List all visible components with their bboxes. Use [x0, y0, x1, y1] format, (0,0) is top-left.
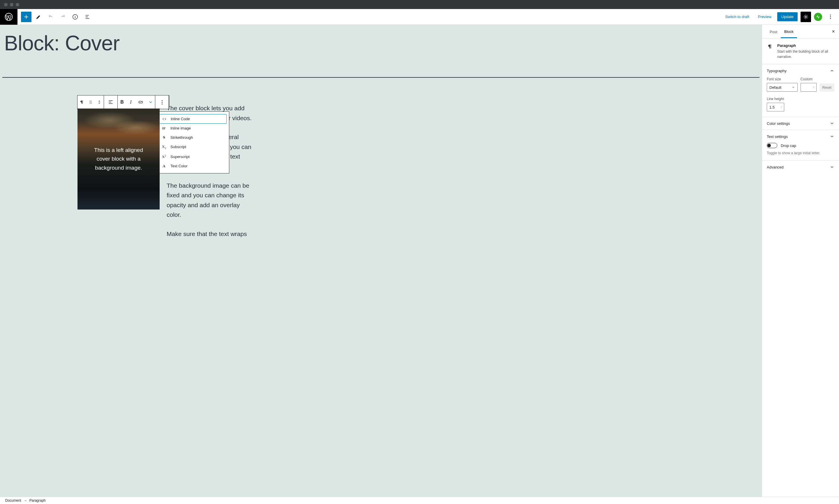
svg-point-8 [91, 103, 91, 104]
cover-text-line: background image. [95, 165, 142, 171]
input-value: 1.5 [769, 105, 775, 109]
italic-button[interactable]: I [126, 95, 135, 109]
strike-icon: S [161, 135, 167, 140]
section-title: Typography [767, 69, 787, 73]
breadcrumb-separator: → [23, 499, 27, 503]
typography-header[interactable]: Typography [762, 64, 839, 77]
chevron-down-icon [830, 121, 834, 126]
paragraph[interactable]: Make sure that the text wraps [167, 229, 254, 239]
info-button[interactable] [70, 12, 81, 22]
chevron-down-icon [791, 86, 795, 89]
menu-subscript[interactable]: X2 Subscript [158, 142, 227, 152]
drop-cap-toggle[interactable] [767, 143, 777, 148]
superscript-icon: X2 [161, 154, 167, 159]
align-button[interactable] [104, 95, 117, 109]
add-block-button[interactable] [21, 12, 32, 22]
svg-point-4 [91, 101, 91, 101]
menu-inline-image[interactable]: Inline image [158, 124, 227, 133]
wordpress-logo[interactable] [0, 9, 17, 25]
breadcrumb-item[interactable]: Paragraph [30, 499, 46, 503]
block-options-button[interactable] [155, 95, 169, 109]
update-button[interactable]: Update [777, 12, 798, 21]
advanced-header[interactable]: Advanced [762, 161, 839, 174]
svg-point-3 [90, 101, 90, 101]
svg-point-5 [90, 102, 90, 103]
section-title: Text settings [767, 134, 788, 139]
svg-point-6 [91, 102, 91, 103]
svg-point-7 [90, 103, 90, 104]
format-dropdown: Inline Code Inline image S Strikethrough… [156, 111, 229, 174]
outline-button[interactable] [82, 12, 93, 22]
font-size-select[interactable]: Default [767, 83, 798, 92]
font-size-label: Font size [767, 77, 798, 81]
paragraph-type-icon[interactable] [78, 95, 86, 109]
menu-text-color[interactable]: A Text Color [158, 162, 227, 171]
tab-post[interactable]: Post [766, 25, 781, 38]
more-menu-button[interactable] [825, 12, 836, 22]
traffic-max[interactable] [16, 3, 19, 6]
reset-button[interactable]: Reset [820, 84, 834, 92]
separator [2, 77, 759, 78]
block-info: Paragraph Start with the building block … [762, 39, 839, 64]
menu-inline-code[interactable]: Inline Code [158, 114, 227, 124]
drag-handle-icon[interactable] [86, 95, 95, 109]
more-format-button[interactable] [146, 95, 155, 109]
traffic-min[interactable] [10, 3, 13, 6]
svg-point-2 [805, 16, 807, 17]
text-color-icon: A [161, 164, 167, 168]
chevron-down-icon [830, 165, 834, 169]
stepper-icon [812, 85, 815, 90]
toggle-label: Drop cap [781, 143, 796, 148]
text-settings-header[interactable]: Text settings [762, 130, 839, 143]
section-title: Advanced [767, 165, 784, 169]
block-description: Start with the building block of all nar… [777, 49, 834, 59]
link-button[interactable] [135, 95, 146, 109]
custom-label: Custom [801, 77, 817, 81]
menu-label: Inline Code [171, 117, 190, 121]
cover-text-line: This is a left aligned [94, 147, 143, 153]
subscript-icon: X2 [161, 144, 167, 149]
menu-strikethrough[interactable]: S Strikethrough [158, 133, 227, 142]
color-settings-header[interactable]: Color settings [762, 117, 839, 130]
menu-label: Strikethrough [170, 135, 193, 140]
switch-to-draft-link[interactable]: Switch to draft [722, 12, 752, 21]
bold-button[interactable]: B [118, 95, 126, 109]
editor-header: Switch to draft Preview Update [0, 9, 839, 25]
cover-text[interactable]: This is a left aligned cover block with … [85, 146, 152, 172]
chevron-up-icon [830, 134, 834, 139]
breadcrumb-item[interactable]: Document [5, 499, 21, 503]
block-name: Paragraph [777, 43, 834, 48]
settings-cog-button[interactable] [801, 12, 811, 22]
window-titlebar [0, 0, 839, 9]
cover-text-line: cover block with a [97, 156, 140, 162]
menu-label: Superscript [170, 155, 190, 159]
chevron-up-icon [830, 68, 834, 73]
paragraph[interactable]: The background image can be fixed and yo… [167, 181, 254, 220]
code-icon [161, 117, 167, 121]
menu-label: Text Color [170, 164, 188, 168]
section-title: Color settings [767, 121, 790, 126]
custom-font-size-input[interactable] [801, 83, 817, 92]
stepper-icon [780, 105, 783, 109]
redo-button[interactable] [58, 12, 68, 22]
move-updown-icon[interactable] [95, 95, 104, 109]
traffic-close[interactable] [4, 3, 7, 6]
drop-cap-help: Toggle to show a large initial letter. [767, 151, 834, 155]
tab-block[interactable]: Block [781, 25, 797, 38]
line-height-input[interactable]: 1.5 [767, 103, 784, 111]
close-sidebar-button[interactable]: × [832, 29, 835, 35]
menu-label: Inline image [170, 126, 191, 130]
editor-canvas: Block: Cover B I [0, 25, 762, 497]
menu-superscript[interactable]: X2 Superscript [158, 152, 227, 162]
settings-sidebar: Post Block × Paragraph Start with the bu… [762, 25, 839, 497]
edit-mode-button[interactable] [33, 12, 44, 22]
page-title[interactable]: Block: Cover [0, 25, 762, 55]
cover-block[interactable]: This is a left aligned cover block with … [78, 109, 160, 210]
undo-button[interactable] [46, 12, 56, 22]
block-toolbar: B I Inline Code Inline image [77, 95, 169, 109]
line-height-label: Line height [767, 97, 834, 101]
preview-link[interactable]: Preview [755, 12, 774, 21]
breadcrumb: Document → Paragraph [0, 497, 839, 504]
image-icon [161, 126, 167, 130]
jetpack-icon[interactable] [814, 13, 822, 21]
